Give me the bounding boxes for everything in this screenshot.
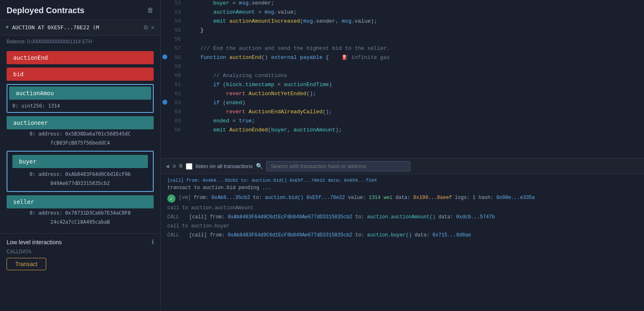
terminal-area: ◀ ⊘ 0 listen on all transactions 🔍 [call… [161, 159, 644, 311]
code-line-53: 53 auctionAmount = msg.value; [161, 9, 644, 18]
code-line-63: 63 if (ended) [161, 100, 644, 109]
trash-icon[interactable]: 🗑 [147, 7, 154, 14]
balance-text: Balance: 0.000000000000001314 ETH [7, 39, 92, 44]
code-line-62: 62 revert AuctionNotYetEnded(); [161, 91, 644, 100]
close-icon[interactable]: ✕ [151, 24, 155, 31]
line-num-61: 61 [169, 82, 187, 88]
code-line-60: 60 // Analyzing conditions [161, 72, 644, 82]
buyer-result-line1: 0: address: 0xAb8483F64d9C6d1EcF9b [12, 170, 148, 179]
auction-amount-button[interactable]: auctionAmou [9, 87, 151, 100]
chevron-down-icon[interactable]: ▼ [6, 25, 9, 30]
line-num-55: 55 [169, 27, 187, 33]
line-num-60: 60 [169, 72, 187, 79]
info-icon[interactable]: ℹ [152, 239, 154, 246]
line-content-65: ended = true; [187, 118, 644, 124]
left-panel: Deployed Contracts 🗑 ▼ AUCTION AT 0XE5F.… [0, 0, 161, 311]
code-line-58: 58 function auctionEnd() external payabl… [161, 54, 644, 63]
call-line-1: CALL [call] from: 0xAb8483F64d9C6d1EcF9b… [167, 214, 637, 220]
auctioneer-button[interactable]: auctioneer [7, 116, 154, 129]
low-level-section: Low level interactions ℹ CALLDATA Transa… [0, 233, 160, 275]
pending-text: transact to auction.bid pending ... [167, 185, 271, 191]
deployed-contracts-header: Deployed Contracts 🗑 [0, 0, 160, 20]
contract-header: ▼ AUCTION AT 0XE5F...78E22 (M ⧉ ✕ [0, 20, 160, 35]
debug-dot-58 [162, 54, 167, 59]
auctioneer-result-line2: fcB03FcB875f56beddC4 [7, 138, 154, 147]
low-level-header: Low level interactions ℹ [7, 239, 154, 246]
chevron-left-icon[interactable]: ◀ [166, 163, 169, 170]
call-content-2: [call] from: 0xAb8483F64d9C6d1EcF9b849Ae… [189, 232, 471, 238]
code-line-54: 54 emit auctionAmountIncreased(msg.sende… [161, 18, 644, 27]
line-num-57: 57 [169, 45, 187, 51]
term-pending: transact to auction.bid pending ... [167, 185, 637, 191]
line-num-66: 66 [169, 127, 187, 133]
code-line-59: 59 [161, 63, 644, 72]
line-num-65: 65 [169, 118, 187, 124]
line-content-54: emit auctionAmountIncreased(msg.sender, … [187, 18, 644, 24]
code-line-52: 52 buyer = msg.sender; [161, 0, 644, 9]
code-lines: 52 buyer = msg.sender; 53 auctionAmount … [161, 0, 644, 158]
line-num-56: 56 [169, 36, 187, 42]
auction-end-button[interactable]: auctionEnd [7, 51, 154, 64]
right-panel: 52 buyer = msg.sender; 53 auctionAmount … [161, 0, 644, 311]
listen-checkbox[interactable] [186, 163, 192, 170]
code-line-65: 65 ended = true; [161, 118, 644, 127]
line-num-52: 52 [169, 0, 187, 6]
code-line-64: 64 revert AuctionEndAlreadyCalled(); [161, 109, 644, 118]
auction-amount-section: auctionAmou 0: uint256: 1314 [7, 84, 154, 113]
call-tag-1: CALL [167, 214, 186, 220]
listen-label: listen on all transactions [196, 163, 253, 169]
line-dot-area-58 [161, 54, 169, 59]
calldata-label: CALLDATA [7, 249, 154, 255]
auctioneer-section: auctioneer 0: address: 0x5B38Da6a701c568… [7, 116, 154, 147]
seller-section: seller 0: address: 0x78731D3Ca6b7E34aC0F… [7, 195, 154, 227]
buyer-section: buyer 0: address: 0xAb8483F64d9C6d1EcF9b… [7, 151, 154, 192]
code-line-57: 57 /// End the auction and send the high… [161, 45, 644, 54]
auctioneer-result-line1: 0: address: 0x5B38Da6a701c568545dC [7, 129, 154, 138]
bid-button[interactable]: bid [7, 68, 154, 81]
call-text-1: call to auction.auctionAmount [167, 205, 253, 211]
line-num-59: 59 [169, 63, 187, 70]
call-text-2: call to auction.buyer [167, 223, 229, 229]
zero-count: 0 [179, 163, 183, 169]
tx-text-content: [vm] from: 0xAb8...35cb2 to: auction.bid… [179, 194, 535, 201]
seller-button[interactable]: seller [7, 195, 154, 208]
debug-dot-63 [162, 100, 167, 105]
seller-result-line2: 24c42a7cC18A495cabaB [7, 217, 154, 227]
line-num-58: 58 [169, 54, 187, 61]
search-input[interactable] [266, 161, 410, 171]
code-area: 52 buyer = msg.sender; 53 auctionAmount … [161, 0, 644, 159]
line-content-53: auctionAmount = msg.value; [187, 9, 644, 15]
no-button[interactable]: ⊘ [172, 163, 176, 170]
line-num-53: 53 [169, 9, 187, 15]
contract-body: auctionEnd bid auctionAmou 0: uint256: 1… [0, 48, 160, 230]
transact-button[interactable]: Transact [7, 258, 46, 270]
contract-name: AUCTION AT 0XE5F...78E22 (M [12, 24, 140, 30]
term-hash-text: [call] from: 0xAb8...35cb2 to: auction.b… [167, 178, 377, 183]
balance-row: Balance: 0.000000000000001314 ETH [0, 35, 160, 48]
line-content-66: emit AuctionEnded(buyer, auctionAmount); [187, 127, 644, 133]
auction-amount-result: 0: uint256: 1314 [9, 101, 151, 110]
terminal-content: [call] from: 0xAb8...35cb2 to: auction.b… [161, 174, 644, 311]
check-circle-icon: ✓ [167, 194, 176, 203]
call-buyer-label: call to auction.buyer [167, 223, 637, 229]
seller-result-line1: 0: address: 0x78731D3Ca6b7E34aC0F8 [7, 208, 154, 217]
buyer-button[interactable]: buyer [12, 155, 148, 168]
buyer-result-line2: 849Ae677dD3315835cb2 [12, 179, 148, 188]
call-auction-amount-label: call to auction.auctionAmount [167, 205, 637, 211]
code-line-61: 61 if (block.timestamp < auctionEndTime) [161, 82, 644, 91]
deployed-contracts-title: Deployed Contracts [7, 6, 84, 15]
line-content-60: // Analyzing conditions [187, 72, 644, 79]
term-line-0: [call] from: 0xAb8...35cb2 to: auction.b… [167, 178, 637, 183]
call-line-2: CALL [call] from: 0xAb8483F64d9C6d1EcF9b… [167, 232, 637, 238]
terminal-toolbar: ◀ ⊘ 0 listen on all transactions 🔍 [161, 159, 644, 174]
line-content-52: buyer = msg.sender; [187, 0, 644, 6]
line-num-64: 64 [169, 109, 187, 115]
line-content-64: revert AuctionEndAlreadyCalled(); [187, 109, 644, 115]
code-line-55: 55 } [161, 27, 644, 36]
copy-icon[interactable]: ⧉ [144, 24, 148, 31]
code-line-56: 56 [161, 36, 644, 45]
tx-success-row: ✓ [vm] from: 0xAb8...35cb2 to: auction.b… [167, 194, 637, 203]
line-content-57: /// End the auction and send the highest… [187, 45, 644, 51]
code-line-66: 66 emit AuctionEnded(buyer, auctionAmoun… [161, 127, 644, 136]
line-content-62: revert AuctionNotYetEnded(); [187, 91, 644, 97]
